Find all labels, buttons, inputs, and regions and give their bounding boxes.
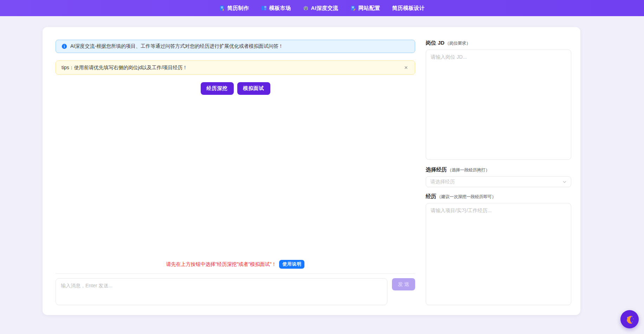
nav-item-site-config[interactable]: 网站配置 — [350, 5, 380, 12]
message-input[interactable] — [56, 278, 387, 305]
robot-icon — [303, 5, 309, 11]
close-icon[interactable]: × — [403, 64, 409, 71]
experience-input[interactable] — [426, 203, 571, 305]
nav-item-ai-chat[interactable]: AI深度交流 — [303, 5, 339, 12]
nav-item-label: 简历制作 — [227, 5, 249, 12]
exp-label: 经历 （建议一次深挖一段经历即可） — [426, 193, 571, 200]
nav-item-resume-builder[interactable]: 简历制作 — [219, 5, 249, 12]
chat-panel: AI深度交流-根据您所填的项目、工作等通过问答方式对您的经历进行扩展优化或者模拟… — [56, 40, 415, 305]
jd-input[interactable] — [426, 50, 571, 160]
experience-select-placeholder: 请选择经历 — [430, 179, 455, 185]
info-icon — [62, 44, 67, 49]
main-card: AI深度交流-根据您所填的项目、工作等通过问答方式对您的经历进行扩展优化或者模拟… — [43, 27, 580, 315]
moon-icon — [625, 315, 635, 324]
jd-subtitle: （岗位要求） — [445, 40, 470, 46]
mode-buttons: 经历深挖 模拟面试 — [56, 82, 415, 95]
jd-label: 岗位 JD （岗位要求） — [426, 40, 571, 46]
info-alert: AI深度交流-根据您所填的项目、工作等通过问答方式对您的经历进行扩展优化或者模拟… — [56, 40, 415, 53]
tips-alert-text: tips：使用前请优先填写右侧的岗位jd以及工作/项目经历！ — [62, 65, 188, 71]
nav-item-label: 简历模板设计 — [392, 5, 425, 12]
site-config-icon — [350, 5, 356, 11]
experience-select[interactable]: 请选择经历 — [426, 176, 571, 187]
resume-icon — [219, 5, 225, 11]
select-exp-title: 选择经历 — [426, 166, 447, 173]
chat-empty-area — [56, 95, 415, 260]
jd-title: 岗位 JD — [426, 40, 444, 46]
exp-subtitle: （建议一次深挖一段经历即可） — [437, 194, 496, 200]
info-alert-text: AI深度交流-根据您所填的项目、工作等通过问答方式对您的经历进行扩展优化或者模拟… — [70, 43, 283, 50]
tips-alert: tips：使用前请优先填写右侧的岗位jd以及工作/项目经历！ × — [56, 60, 415, 75]
chat-hint-row: 请先在上方按钮中选择"经历深挖"或者"模拟面试"！ 使用说明 — [56, 260, 415, 269]
nav-item-template-market[interactable]: 模板市场 — [261, 5, 291, 12]
select-exp-label: 选择经历 （选择一段经历拷打） — [426, 166, 571, 173]
input-divider — [56, 273, 415, 274]
nav-item-label: 模板市场 — [269, 5, 291, 12]
nav-item-label: 网站配置 — [359, 5, 380, 12]
nav-item-template-design[interactable]: 简历模板设计 — [392, 5, 425, 12]
template-icon — [261, 5, 267, 11]
exp-title: 经历 — [426, 193, 436, 200]
chat-hint-text: 请先在上方按钮中选择"经历深挖"或者"模拟面试"！ — [166, 261, 277, 268]
nav-item-label: AI深度交流 — [311, 5, 339, 12]
dark-mode-toggle-button[interactable] — [620, 310, 639, 328]
select-exp-subtitle: （选择一段经历拷打） — [447, 167, 490, 173]
chevron-down-icon — [562, 180, 567, 184]
usage-guide-button[interactable]: 使用说明 — [279, 260, 304, 269]
job-settings-panel: 岗位 JD （岗位要求） 选择经历 （选择一段经历拷打） 请选择经历 经历 （建… — [426, 40, 571, 305]
send-button[interactable]: 发 送 — [392, 278, 415, 290]
deep-dig-button[interactable]: 经历深挖 — [201, 82, 234, 95]
top-navbar: 简历制作 模板市场 AI深度交流 网站配置 简历模板设计 — [0, 0, 644, 16]
mock-interview-button[interactable]: 模拟面试 — [237, 82, 270, 95]
message-input-row: 发 送 — [56, 278, 415, 305]
